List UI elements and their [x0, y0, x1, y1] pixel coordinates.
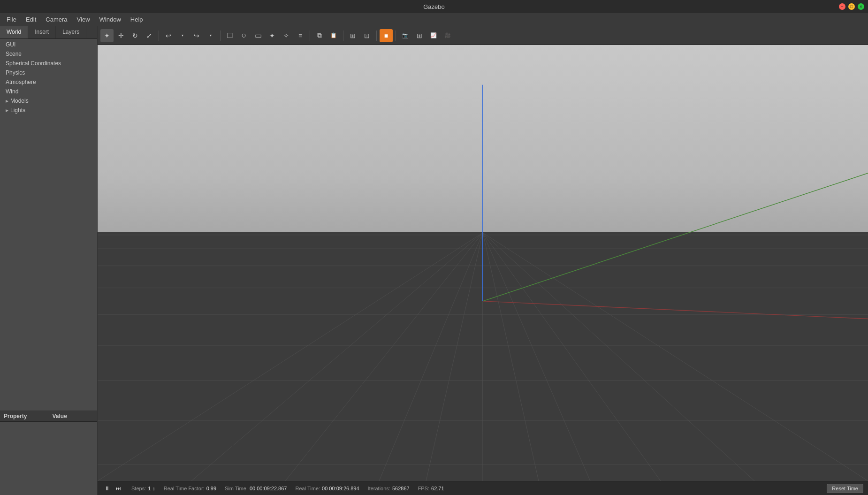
- menu-camera[interactable]: Camera: [41, 15, 72, 24]
- sphere-button[interactable]: ○: [237, 29, 251, 42]
- real-time-item: Real Time: 00 00:09:26.894: [295, 486, 359, 491]
- sep6: [396, 30, 396, 41]
- scale-tool-button[interactable]: ⤢: [143, 29, 156, 42]
- right-area: ✦ ✛ ↻ ⤢ ↩ ▾ ↪ ▾ □ ○ ▭ ✦ ✧ ≡ ⧉ 📋 ⊞: [98, 26, 868, 495]
- pause-button[interactable]: ⏸: [102, 484, 112, 493]
- tree-item-spherical-coordinates[interactable]: Spherical Coordinates: [0, 59, 97, 68]
- value-col-header: Value: [49, 413, 98, 419]
- menu-help[interactable]: Help: [126, 15, 148, 24]
- paste-button[interactable]: 📋: [327, 29, 340, 42]
- tree-item-atmosphere[interactable]: Atmosphere: [0, 77, 97, 87]
- sep1: [159, 30, 159, 41]
- real-time-value: 00 00:09:26.894: [322, 486, 359, 491]
- iterations-value: 562867: [392, 486, 410, 491]
- grid-button[interactable]: ⊞: [413, 29, 426, 42]
- sim-time-item: Sim Time: 00 00:09:22.867: [225, 486, 287, 491]
- minimize-button[interactable]: −: [839, 3, 845, 10]
- menubar: File Edit Camera View Window Help: [0, 13, 868, 26]
- menu-file[interactable]: File: [2, 15, 21, 24]
- video-button[interactable]: 🎥: [441, 29, 454, 42]
- tab-bar: World Insert Layers: [0, 26, 97, 39]
- left-panel: World Insert Layers GUI Scene Spherical …: [0, 26, 98, 495]
- world-tree: GUI Scene Spherical Coordinates Physics …: [0, 39, 97, 411]
- tree-item-wind[interactable]: Wind: [0, 87, 97, 96]
- viewport[interactable]: [98, 45, 868, 481]
- play-controls[interactable]: ⏸ ⏭: [102, 484, 123, 493]
- close-button[interactable]: ×: [858, 3, 864, 10]
- snap-button[interactable]: ⊡: [360, 29, 373, 42]
- sep3: [310, 30, 310, 41]
- statusbar: ⏸ ⏭ Steps: 1 ↕ Real Time Factor: 0.99 Si…: [98, 481, 868, 495]
- property-col-header: Property: [0, 413, 49, 419]
- sep2: [220, 30, 221, 41]
- spotlight-button[interactable]: ✧: [280, 29, 293, 42]
- toolbar: ✦ ✛ ↻ ⤢ ↩ ▾ ↪ ▾ □ ○ ▭ ✦ ✧ ≡ ⧉ 📋 ⊞: [98, 26, 868, 45]
- tab-insert[interactable]: Insert: [28, 26, 56, 38]
- tab-layers[interactable]: Layers: [56, 26, 86, 38]
- reset-time-button[interactable]: Reset Time: [827, 484, 863, 493]
- property-header: Property Value: [0, 411, 97, 422]
- align-button[interactable]: ⊞: [346, 29, 359, 42]
- box-button[interactable]: □: [223, 29, 236, 42]
- translate-tool-button[interactable]: ✛: [114, 29, 128, 42]
- tree-item-lights-label: Lights: [10, 107, 25, 114]
- property-panel: Property Value: [0, 411, 97, 495]
- tree-item-scene[interactable]: Scene: [0, 49, 97, 59]
- redo-button[interactable]: ↪: [190, 29, 203, 42]
- tree-item-models-label: Models: [10, 98, 29, 104]
- sky: [98, 45, 868, 232]
- iterations-label: Iterations:: [368, 486, 390, 491]
- tree-item-physics[interactable]: Physics: [0, 68, 97, 77]
- menu-edit[interactable]: Edit: [21, 15, 41, 24]
- restore-button[interactable]: □: [848, 3, 855, 10]
- plot-button[interactable]: 📈: [427, 29, 440, 42]
- record-button[interactable]: ■: [380, 29, 393, 42]
- select-tool-button[interactable]: ✦: [100, 29, 114, 42]
- sep4: [343, 30, 343, 41]
- screenshot-button[interactable]: 📷: [399, 29, 412, 42]
- tree-item-models[interactable]: Models: [0, 96, 97, 106]
- rotate-tool-button[interactable]: ↻: [129, 29, 142, 42]
- undo-button[interactable]: ↩: [162, 29, 175, 42]
- steps-label: Steps:: [131, 486, 146, 491]
- iterations-item: Iterations: 562867: [368, 486, 410, 491]
- sim-time-value: 00 00:09:22.867: [250, 486, 287, 491]
- titlebar: Gazebo − □ ×: [0, 0, 868, 13]
- menu-window[interactable]: Window: [95, 15, 126, 24]
- cylinder-button[interactable]: ▭: [251, 29, 265, 42]
- dirlight-button[interactable]: ≡: [294, 29, 307, 42]
- redo-history-button[interactable]: ▾: [204, 29, 217, 42]
- undo-history-button[interactable]: ▾: [176, 29, 189, 42]
- pointlight-button[interactable]: ✦: [266, 29, 279, 42]
- step-button[interactable]: ⏭: [114, 484, 123, 493]
- app-title: Gazebo: [423, 3, 445, 10]
- steps-value: 1: [148, 486, 151, 491]
- steps-item: Steps: 1 ↕: [131, 486, 155, 491]
- sep5: [376, 30, 377, 41]
- copy-button[interactable]: ⧉: [313, 29, 326, 42]
- real-time-label: Real Time:: [295, 486, 320, 491]
- tree-item-gui[interactable]: GUI: [0, 40, 97, 49]
- realtime-factor-item: Real Time Factor: 0.99: [164, 486, 216, 491]
- window-controls[interactable]: − □ ×: [839, 3, 864, 10]
- tab-world[interactable]: World: [0, 26, 28, 38]
- sim-time-label: Sim Time:: [225, 486, 248, 491]
- realtime-factor-value: 0.99: [206, 486, 216, 491]
- realtime-factor-label: Real Time Factor:: [164, 486, 205, 491]
- fps-item: FPS: 62.71: [418, 486, 444, 491]
- ground: [98, 232, 868, 481]
- fps-value: 62.71: [431, 486, 444, 491]
- tree-item-lights[interactable]: Lights: [0, 106, 97, 115]
- menu-view[interactable]: View: [72, 15, 95, 24]
- fps-label: FPS:: [418, 486, 429, 491]
